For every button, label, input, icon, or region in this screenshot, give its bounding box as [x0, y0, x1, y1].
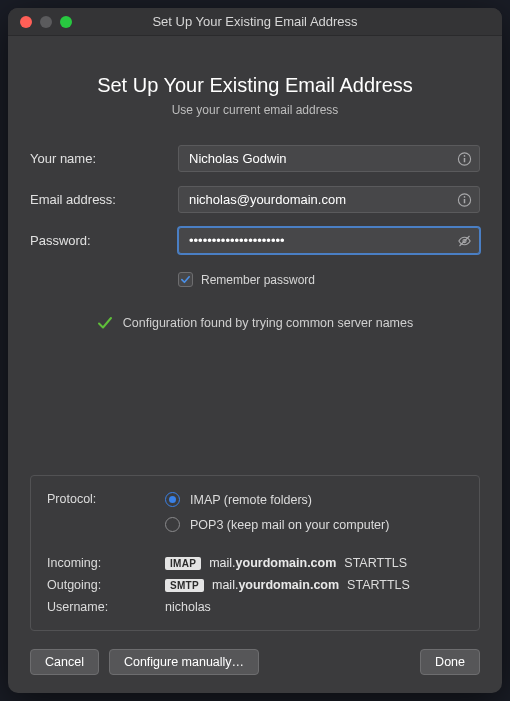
protocol-imap-label: IMAP (remote folders) — [190, 493, 312, 507]
incoming-label: Incoming: — [47, 556, 165, 570]
dialog-window: Set Up Your Existing Email Address Set U… — [8, 8, 502, 693]
outgoing-label: Outgoing: — [47, 578, 165, 592]
hero: Set Up Your Existing Email Address Use y… — [30, 74, 480, 117]
configure-manually-button[interactable]: Configure manually… — [109, 649, 259, 675]
imap-badge: IMAP — [165, 557, 201, 570]
email-row: Email address: — [30, 186, 480, 213]
protocol-pop3-label: POP3 (keep mail on your computer) — [190, 518, 389, 532]
done-button[interactable]: Done — [420, 649, 480, 675]
svg-point-5 — [464, 196, 466, 198]
username-label: Username: — [47, 600, 165, 614]
titlebar: Set Up Your Existing Email Address — [8, 8, 502, 36]
protocol-label: Protocol: — [47, 492, 165, 506]
email-input[interactable] — [178, 186, 480, 213]
name-row: Your name: — [30, 145, 480, 172]
outgoing-value: SMTP mail.yourdomain.com STARTTLS — [165, 578, 463, 592]
info-icon[interactable] — [457, 192, 472, 207]
svg-point-2 — [464, 155, 466, 157]
remember-password-row: Remember password — [178, 272, 480, 287]
window-controls — [8, 16, 72, 28]
window-title: Set Up Your Existing Email Address — [8, 14, 502, 29]
username-value: nicholas — [165, 600, 463, 614]
page-subtitle: Use your current email address — [30, 103, 480, 117]
status-row: Configuration found by trying common ser… — [30, 315, 480, 331]
cancel-button[interactable]: Cancel — [30, 649, 99, 675]
status-message: Configuration found by trying common ser… — [123, 316, 413, 330]
smtp-badge: SMTP — [165, 579, 204, 592]
page-title: Set Up Your Existing Email Address — [30, 74, 480, 97]
protocol-pop3-option[interactable]: POP3 (keep mail on your computer) — [165, 517, 389, 532]
minimize-window-button[interactable] — [40, 16, 52, 28]
password-label: Password: — [30, 233, 178, 248]
check-icon — [180, 274, 191, 285]
password-row: Password: — [30, 227, 480, 254]
checkmark-icon — [97, 315, 113, 331]
password-input[interactable] — [178, 227, 480, 254]
name-label: Your name: — [30, 151, 178, 166]
radio-icon — [165, 517, 180, 532]
close-window-button[interactable] — [20, 16, 32, 28]
name-input[interactable] — [178, 145, 480, 172]
eye-off-icon[interactable] — [457, 233, 472, 248]
incoming-value: IMAP mail.yourdomain.com STARTTLS — [165, 556, 463, 570]
radio-icon — [165, 492, 180, 507]
info-icon[interactable] — [457, 151, 472, 166]
zoom-window-button[interactable] — [60, 16, 72, 28]
remember-password-label: Remember password — [201, 273, 315, 287]
dialog-content: Set Up Your Existing Email Address Use y… — [8, 36, 502, 693]
remember-password-checkbox[interactable] — [178, 272, 193, 287]
email-label: Email address: — [30, 192, 178, 207]
protocol-imap-option[interactable]: IMAP (remote folders) — [165, 492, 389, 507]
server-config-box: Protocol: IMAP (remote folders) POP3 (ke… — [30, 475, 480, 631]
footer-buttons: Cancel Configure manually… Done — [30, 649, 480, 675]
